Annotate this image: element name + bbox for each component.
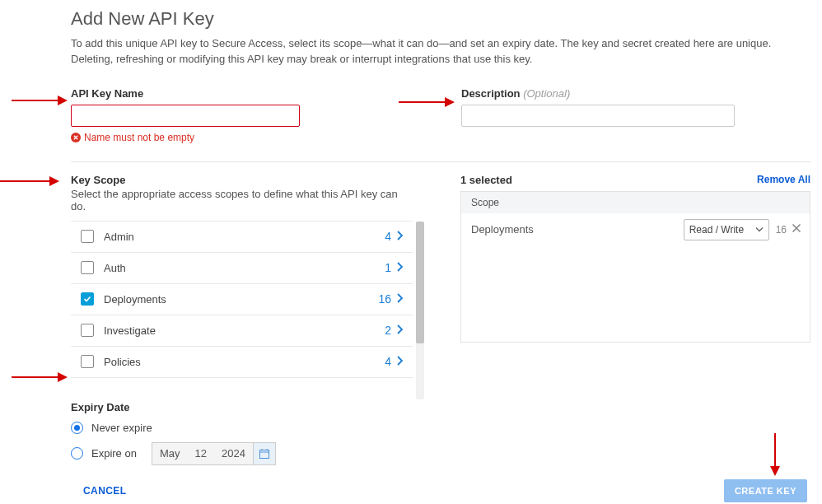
api-key-name-label: API Key Name: [71, 87, 143, 100]
scope-label: Investigate: [104, 324, 385, 337]
api-key-name-input[interactable]: [71, 105, 300, 127]
selected-table: Scope Deployments Read / Write 16: [460, 191, 810, 343]
permission-value: Read / Write: [689, 224, 744, 236]
description-input[interactable]: [461, 105, 735, 127]
permission-select[interactable]: Read / Write: [684, 219, 769, 240]
checkbox[interactable]: [81, 355, 94, 368]
radio-never[interactable]: [71, 422, 83, 434]
expire-on-option[interactable]: Expire on May 12 2024: [71, 442, 810, 465]
name-error-message: Name must not be empty: [71, 132, 318, 143]
divider: [71, 161, 810, 162]
scope-label: Admin: [104, 231, 385, 243]
scope-row-policies[interactable]: Policies 4: [71, 347, 413, 378]
scrollbar[interactable]: [416, 222, 424, 399]
arrow-annotation: [12, 372, 68, 382]
scrollbar-thumb[interactable]: [416, 222, 424, 343]
page-title: Add New API Key: [71, 8, 810, 30]
close-icon: [792, 223, 801, 233]
checkbox[interactable]: [81, 324, 94, 337]
selected-count: 1 selected: [460, 174, 757, 186]
scope-count: 16: [378, 292, 391, 306]
scope-list: Admin 4 Auth 1 Deployments 16: [71, 221, 413, 378]
checkbox[interactable]: [81, 230, 94, 243]
remove-selected-button[interactable]: [792, 223, 801, 236]
optional-hint: (Optional): [523, 87, 570, 100]
selected-scope-name: Deployments: [471, 223, 684, 236]
scope-row-deployments[interactable]: Deployments 16: [71, 284, 413, 315]
radio-expire-on-label: Expire on: [91, 447, 137, 460]
name-error-text: Name must not be empty: [84, 132, 194, 143]
intro-text: To add this unique API key to Secure Acc…: [71, 36, 796, 68]
radio-never-label: Never expire: [91, 422, 152, 434]
scope-label: Deployments: [104, 293, 378, 306]
chevron-right-icon[interactable]: [396, 262, 404, 274]
remove-all-button[interactable]: Remove All: [757, 174, 810, 185]
key-scope-heading: Key Scope: [71, 174, 413, 186]
chevron-down-icon: [755, 226, 764, 233]
expiry-heading: Expiry Date: [71, 401, 810, 413]
radio-expire-on[interactable]: [71, 447, 83, 460]
error-icon: [71, 133, 81, 142]
expiry-date-box[interactable]: May 12 2024: [152, 442, 276, 465]
description-label: Description (Optional): [461, 87, 570, 100]
selected-column-header: Scope: [461, 192, 810, 213]
scope-label: Auth: [104, 262, 385, 274]
chevron-right-icon[interactable]: [396, 324, 404, 337]
arrow-annotation: [399, 97, 455, 107]
scope-count: 2: [385, 324, 391, 337]
scope-count: 4: [385, 355, 391, 368]
cancel-button[interactable]: CANCEL: [83, 485, 126, 497]
scope-count: 1: [385, 261, 391, 274]
checkbox[interactable]: [81, 261, 94, 274]
arrow-annotation: [12, 96, 68, 105]
date-day: 12: [187, 447, 213, 460]
scope-label: Policies: [104, 356, 385, 368]
chevron-right-icon[interactable]: [396, 231, 404, 243]
scope-count: 4: [385, 230, 391, 243]
checkbox[interactable]: [81, 292, 94, 306]
scope-row-auth[interactable]: Auth 1: [71, 253, 413, 284]
create-key-button[interactable]: CREATE KEY: [724, 479, 807, 502]
date-year: 2024: [214, 447, 253, 460]
scope-row-admin[interactable]: Admin 4: [71, 222, 413, 253]
chevron-right-icon[interactable]: [396, 293, 404, 306]
arrow-annotation: [770, 433, 780, 476]
scope-row-investigate[interactable]: Investigate 2: [71, 315, 413, 347]
calendar-icon[interactable]: [253, 443, 275, 464]
selected-count-value: 16: [776, 224, 787, 236]
arrow-annotation: [0, 176, 59, 186]
selected-row: Deployments Read / Write 16: [461, 213, 810, 246]
chevron-right-icon[interactable]: [396, 356, 404, 368]
key-scope-subtext: Select the appropriate access scopes to …: [71, 188, 413, 212]
svg-rect-5: [259, 450, 269, 458]
date-month: May: [152, 447, 188, 460]
expire-never-option[interactable]: Never expire: [71, 422, 810, 434]
